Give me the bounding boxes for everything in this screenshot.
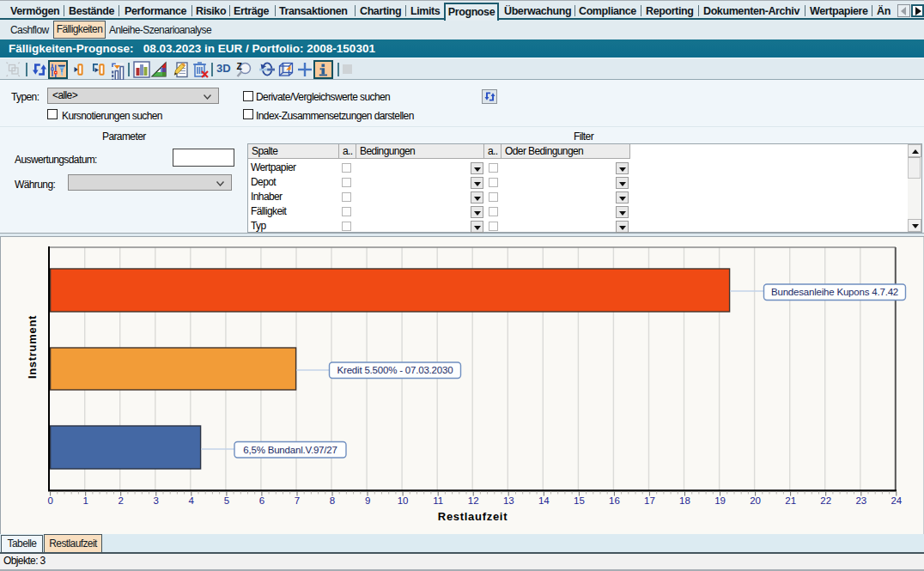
svg-text:22: 22: [820, 495, 831, 506]
svg-text:4: 4: [189, 495, 195, 506]
svg-text:23: 23: [855, 495, 866, 506]
svg-text:19: 19: [714, 495, 726, 506]
svg-text:11: 11: [433, 495, 443, 506]
svg-text:15: 15: [574, 495, 585, 506]
svg-text:7: 7: [295, 495, 300, 506]
svg-text:1: 1: [82, 495, 88, 506]
svg-text:Kredit 5.500% - 07.03.2030: Kredit 5.500% - 07.03.2030: [337, 365, 453, 375]
svg-text:18: 18: [679, 495, 690, 506]
svg-text:16: 16: [609, 495, 620, 506]
svg-text:Restlaufzeit: Restlaufzeit: [438, 510, 508, 523]
svg-text:Instrument: Instrument: [26, 315, 39, 379]
svg-text:20: 20: [750, 495, 761, 506]
svg-text:Z: Z: [237, 61, 243, 71]
svg-text:Bundesanleihe Kupons 4.7.42: Bundesanleihe Kupons 4.7.42: [771, 287, 898, 297]
svg-text:8: 8: [330, 495, 335, 506]
svg-text:13: 13: [503, 495, 514, 506]
svg-text:0: 0: [47, 495, 52, 506]
svg-text:2: 2: [118, 495, 123, 506]
svg-text:6,5% Bundanl.V.97/27: 6,5% Bundanl.V.97/27: [243, 445, 337, 455]
svg-text:10: 10: [398, 495, 409, 506]
svg-text:14: 14: [538, 495, 550, 506]
svg-text:17: 17: [644, 495, 655, 506]
svg-text:6: 6: [259, 495, 264, 506]
svg-text:12: 12: [468, 495, 479, 506]
svg-text:21: 21: [785, 495, 796, 506]
svg-text:5: 5: [224, 495, 229, 506]
svg-text:9: 9: [365, 495, 370, 506]
svg-text:24: 24: [891, 495, 902, 506]
svg-text:3: 3: [154, 495, 159, 506]
